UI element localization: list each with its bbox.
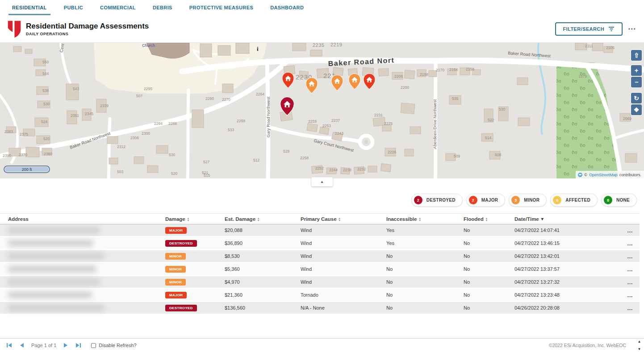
map-label: 535 — [452, 96, 458, 101]
map-label: 530 — [499, 107, 505, 112]
legend-none[interactable]: 0 NONE — [601, 194, 637, 207]
map-label: 2243 — [335, 131, 343, 136]
redacted-address — [8, 266, 96, 272]
map-label: 515 — [204, 173, 210, 178]
row-menu-button[interactable]: … — [622, 292, 640, 298]
scroll-down-icon[interactable]: ▼ — [638, 347, 641, 351]
col-est-damage[interactable]: Est. Damage▴▾ — [225, 216, 301, 222]
map-canvas: Baker Road NortBaker Road NorthwestBaker… — [0, 43, 644, 178]
col-flooded[interactable]: Flooded▴▾ — [464, 216, 514, 222]
row-menu-button[interactable]: … — [622, 279, 640, 286]
col-primary-cause[interactable]: Primary Cause▴▾ — [301, 216, 386, 222]
filter-icon — [608, 26, 615, 32]
table-row[interactable]: MINOR $8,530 Wind No No 04/27/2022 13:42… — [0, 250, 640, 263]
legend-destroyed[interactable]: 2 DESTROYED — [411, 194, 463, 207]
row-menu-button[interactable]: … — [622, 266, 640, 273]
row-menu-button[interactable]: … — [622, 253, 640, 260]
map-label: 2237 — [331, 118, 340, 123]
map-label: 543 — [73, 87, 79, 91]
map-roundabout — [360, 136, 372, 148]
damage-badge: DESTROYED — [165, 305, 197, 311]
tab-commercial[interactable]: COMMERCIAL — [99, 0, 137, 15]
table-row[interactable]: DESTROYED $136,560 N/A - None No No 04/2… — [0, 302, 640, 315]
map-label: 514 — [485, 136, 491, 140]
col-address[interactable]: Address — [8, 216, 165, 222]
juvare-logo-icon — [6, 20, 22, 38]
map-locate-button[interactable]: ❖ — [631, 104, 642, 115]
map-label: 2268 — [237, 119, 245, 123]
legend-minor[interactable]: 3 MINOR — [509, 194, 547, 207]
row-menu-button[interactable]: … — [622, 227, 640, 234]
next-page-button[interactable] — [63, 343, 68, 348]
last-page-button[interactable] — [75, 343, 81, 348]
map-label: 2360 — [44, 152, 52, 156]
damage-badge: MAJOR — [165, 227, 187, 234]
map-collapse-toggle[interactable]: ▲ — [311, 177, 333, 186]
map-label: 533 — [228, 128, 234, 132]
map-pan-up-button[interactable]: ⇧ — [631, 50, 642, 61]
col-datetime[interactable]: Date/Time▾ — [514, 216, 622, 222]
table-body: MAJOR $20,088 Wind Yes No 04/27/2022 14:… — [0, 224, 640, 315]
scrollbar[interactable]: ▲ ▼ — [636, 340, 643, 351]
tab-debris[interactable]: DEBRIS — [152, 0, 173, 15]
map-label: 2259 — [308, 119, 317, 124]
redacted-address — [8, 240, 93, 246]
damage-badge: DESTROYED — [165, 240, 197, 247]
row-menu-button[interactable]: … — [622, 305, 640, 311]
tab-dashboard[interactable]: DASHBOARD — [269, 0, 305, 15]
map-label: i — [257, 46, 259, 52]
map-scale-bar: 200 ft — [4, 166, 50, 173]
table-row[interactable]: MAJOR $20,088 Wind Yes No 04/27/2022 14:… — [0, 224, 640, 237]
last-page-icon — [75, 343, 81, 348]
map-label: 2232 — [357, 167, 366, 171]
map-label: 2200 — [401, 85, 409, 90]
map-zoom-in-button[interactable]: + — [631, 65, 642, 76]
col-damage[interactable]: Damage▴▾ — [165, 216, 225, 222]
copyright-text: ©2022 ESi Acquisition, Inc. WebEOC — [549, 343, 626, 348]
table-row[interactable]: DESTROYED $36,890 Wind Yes No 04/27/2022… — [0, 237, 640, 250]
prev-page-icon — [19, 343, 24, 348]
map-label: 2231 — [374, 113, 383, 117]
scroll-up-icon[interactable]: ▲ — [638, 340, 641, 344]
map-label: 2300 — [142, 131, 150, 136]
map-label: 2158 — [466, 67, 474, 71]
prev-page-button[interactable] — [19, 343, 24, 348]
sort-icon: ▴▾ — [258, 217, 259, 221]
header-more-button[interactable]: ⋯ — [628, 24, 636, 33]
table-row[interactable]: MINOR $5,360 Wind No No 04/27/2022 13:37… — [0, 263, 640, 276]
map-label: 2312 — [117, 145, 125, 149]
damage-badge: MINOR — [165, 266, 186, 273]
map-label: 2345 — [85, 112, 93, 116]
map-label: 520 — [171, 171, 177, 176]
legend-affected[interactable]: 0 AFFECTED — [550, 194, 598, 207]
first-page-button[interactable] — [6, 343, 12, 348]
sort-icon: ▴▾ — [486, 217, 487, 221]
table-row[interactable]: MINOR $4,970 Wind No No 04/27/2022 13:27… — [0, 276, 640, 289]
map-label: 507 — [136, 94, 142, 98]
map-label: 2111 — [585, 44, 593, 48]
map-label: 544 — [42, 71, 49, 76]
map-label: 530 — [43, 102, 50, 106]
table-row[interactable]: MAJOR $21,360 Tornado No No 04/27/2022 1… — [0, 289, 640, 302]
collapse-icon: ▲ — [320, 180, 324, 184]
next-page-icon — [63, 343, 68, 348]
col-inaccessible[interactable]: Inaccessible▴▾ — [386, 216, 464, 222]
tab-residential[interactable]: RESIDENTIAL — [11, 0, 48, 15]
tab-public[interactable]: PUBLIC — [63, 0, 84, 15]
osm-link[interactable]: OpenStreetMap — [589, 173, 618, 177]
map-label: 2390 — [3, 153, 11, 158]
damage-badge: MINOR — [165, 253, 186, 260]
map-label: 2375 — [20, 132, 28, 137]
row-menu-button[interactable]: … — [622, 240, 640, 247]
filter-search-button[interactable]: FILTER/SEARCH — [555, 22, 623, 36]
map-label: 2188 — [420, 72, 428, 77]
legend-major[interactable]: 2 MAJOR — [466, 194, 506, 207]
map[interactable]: Baker Road NortBaker Road NorthwestBaker… — [0, 43, 644, 178]
disable-refresh-checkbox[interactable] — [91, 343, 96, 348]
map-zoom-out-button[interactable]: − — [631, 77, 642, 87]
map-refresh-button[interactable]: ↻ — [631, 93, 642, 104]
map-label: 2235 — [313, 43, 324, 48]
damage-badge: MINOR — [165, 279, 186, 286]
map-label: 524 — [41, 120, 47, 124]
tab-protective-measures[interactable]: PROTECTIVE MEASURES — [188, 0, 254, 15]
